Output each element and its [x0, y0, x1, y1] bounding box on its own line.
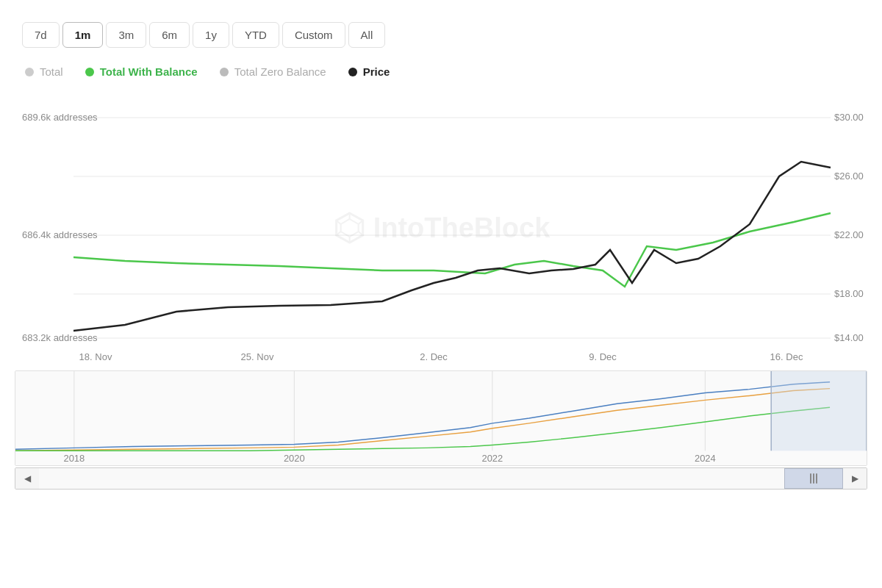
legend-dot-total [25, 68, 34, 76]
y-right-label-4: $18.00 [834, 288, 864, 299]
y-right-label-1: $30.00 [834, 112, 864, 123]
time-range-selector: 7d 1m 3m 6m 1y YTD Custom All [7, 15, 875, 55]
svg-rect-18 [771, 371, 867, 451]
legend-price[interactable]: Price [348, 65, 390, 78]
mini-year-4: 2024 [695, 453, 716, 464]
btn-6m[interactable]: 6m [149, 22, 190, 48]
legend-total-with-balance[interactable]: Total With Balance [85, 65, 198, 78]
legend-total-zero-balance[interactable]: Total Zero Balance [220, 65, 326, 78]
btn-3m[interactable]: 3m [106, 22, 146, 48]
mini-chart: 2018 2020 2022 2024 [15, 370, 867, 466]
mini-year-2: 2020 [284, 453, 305, 464]
btn-1m[interactable]: 1m [62, 22, 104, 48]
x-label-3: 2. Dec [420, 351, 448, 362]
scroll-right-button[interactable]: ▶ [843, 468, 867, 489]
chart-svg: 689.6k addresses 686.4k addresses 683.2k… [15, 88, 867, 368]
mini-year-1: 2018 [63, 453, 85, 464]
main-container: 7d 1m 3m 6m 1y YTD Custom All Total Tota… [0, 0, 882, 588]
legend-label-total-with-balance: Total With Balance [100, 65, 198, 78]
price-line [74, 162, 831, 331]
legend-label-total-zero-balance: Total Zero Balance [234, 65, 326, 78]
scroll-track[interactable] [39, 468, 843, 489]
legend-dot-total-zero-balance [220, 68, 229, 76]
y-label-3: 683.2k addresses [22, 332, 98, 343]
legend-total[interactable]: Total [25, 65, 63, 78]
x-label-2: 25. Nov [241, 351, 274, 362]
btn-7d[interactable]: 7d [22, 22, 60, 48]
y-label-1: 689.6k addresses [22, 112, 98, 123]
btn-all[interactable]: All [348, 22, 386, 48]
main-chart: IntoTheBlock 689.6k addresses 686.4k add… [15, 88, 867, 368]
total-with-balance-line [74, 213, 831, 287]
scroll-left-button[interactable]: ◀ [15, 468, 39, 489]
y-right-label-5: $14.00 [834, 332, 864, 343]
scrollbar-nav[interactable]: ◀ ▶ [15, 467, 867, 490]
chart-legend: Total Total With Balance Total Zero Bala… [7, 55, 875, 88]
scroll-thumb[interactable] [784, 468, 843, 489]
y-right-label-3: $22.00 [834, 229, 864, 240]
legend-label-total: Total [40, 65, 63, 78]
legend-dot-total-with-balance [85, 68, 94, 76]
mini-chart-svg: 2018 2020 2022 2024 [15, 371, 867, 465]
btn-ytd[interactable]: YTD [232, 22, 279, 48]
y-label-2: 686.4k addresses [22, 229, 98, 240]
scroll-thumb-handle [810, 473, 817, 484]
legend-label-price: Price [363, 65, 390, 78]
x-label-5: 16. Dec [770, 351, 803, 362]
btn-custom[interactable]: Custom [282, 22, 345, 48]
x-label-4: 9. Dec [589, 351, 617, 362]
btn-1y[interactable]: 1y [193, 22, 229, 48]
mini-year-3: 2022 [481, 453, 503, 464]
legend-dot-price [348, 68, 357, 76]
y-right-label-2: $26.00 [834, 171, 864, 182]
x-label-1: 18. Nov [79, 351, 112, 362]
